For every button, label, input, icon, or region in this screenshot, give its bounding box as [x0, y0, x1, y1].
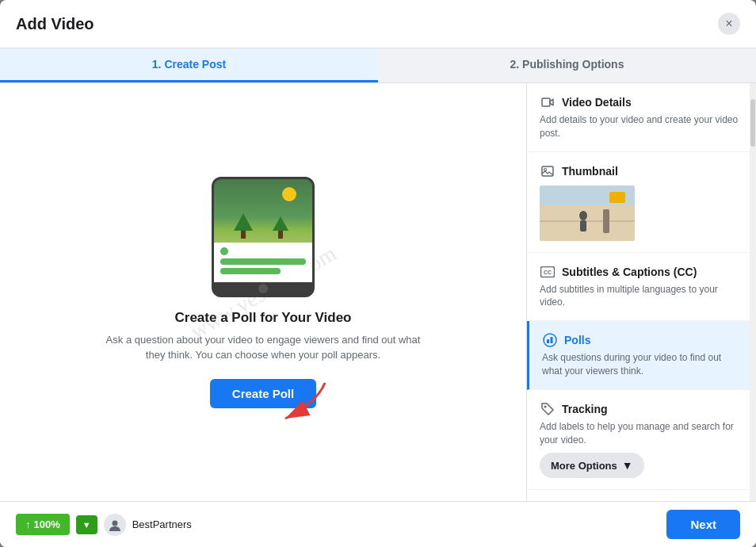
modal-header: Add Video ×	[0, 0, 756, 48]
tracking-title: Tracking	[562, 403, 608, 415]
percent-dropdown-button[interactable]: ▼	[76, 515, 97, 534]
poll-description: Ask a question about your video to engag…	[105, 332, 422, 363]
svg-rect-16	[547, 339, 549, 343]
video-details-title: Video Details	[562, 96, 632, 109]
scrollbar-thumb[interactable]	[750, 99, 755, 147]
svg-point-9	[579, 211, 587, 220]
sidebar-item-video-details[interactable]: Video Details Add details to your video …	[527, 83, 756, 152]
phone-illustration	[212, 177, 315, 297]
modal-body: www.yestupa.com	[0, 83, 756, 501]
thumbnail-preview	[540, 186, 635, 241]
tag-icon	[540, 401, 556, 417]
sidebar-item-header-polls: Polls	[542, 332, 743, 348]
phone-frame	[212, 177, 315, 297]
footer-left: ↑ 100% ▼ BestPartners	[16, 514, 192, 536]
phone-bottom-bar	[214, 282, 312, 295]
phone-home-button	[258, 284, 268, 293]
sidebar-item-header-video: Video Details	[540, 94, 743, 110]
phone-line-full	[220, 258, 306, 265]
more-options-button[interactable]: More Options ▼	[540, 453, 644, 478]
upload-percent-button[interactable]: ↑ 100%	[16, 514, 70, 535]
more-options-label: More Options	[551, 460, 617, 472]
sidebar-item-thumbnail[interactable]: Thumbnail	[527, 152, 756, 253]
polls-title: Polls	[564, 334, 590, 346]
phone-dot	[220, 247, 228, 255]
upload-percent-value: 100%	[34, 518, 60, 530]
poll-icon	[542, 332, 558, 348]
sidebar-item-subtitles[interactable]: CC Subtitles & Captions (CC) Add subtitl…	[527, 253, 756, 322]
video-details-desc: Add details to your video and create you…	[540, 113, 743, 140]
svg-text:CC: CC	[544, 270, 552, 275]
thumbnail-title: Thumbnail	[562, 165, 618, 178]
phone-content-area	[214, 243, 312, 282]
svg-point-18	[544, 405, 547, 407]
page-avatar	[104, 514, 126, 536]
svg-point-15	[544, 334, 556, 346]
svg-rect-17	[551, 337, 553, 343]
sidebar-item-polls[interactable]: Polls Ask questions during your video to…	[527, 321, 756, 390]
chevron-down-icon: ▼	[622, 459, 633, 472]
phone-video-area	[214, 179, 312, 243]
subtitles-desc: Add subtitles in multiple languages to y…	[540, 283, 743, 310]
tab-publishing-options[interactable]: 2. Publishing Options	[378, 48, 756, 82]
arrow-indicator	[254, 379, 333, 430]
sidebar-item-header-tracking: Tracking	[540, 401, 743, 417]
svg-rect-10	[580, 220, 586, 231]
scrollbar-track[interactable]	[750, 83, 756, 501]
image-icon	[540, 163, 556, 179]
main-content: www.yestupa.com	[0, 83, 526, 501]
modal: Add Video × 1. Create Post 2. Publishing…	[0, 0, 756, 547]
modal-footer: ↑ 100% ▼ BestPartners Next	[0, 501, 756, 547]
polls-desc: Ask questions during your video to find …	[542, 351, 743, 378]
svg-rect-2	[542, 166, 553, 176]
tracking-desc: Add labels to help you manage and search…	[540, 420, 743, 447]
sidebar: Video Details Add details to your video …	[526, 83, 756, 501]
sidebar-item-header-subtitles: CC Subtitles & Captions (CC)	[540, 264, 743, 280]
svg-rect-12	[609, 192, 625, 203]
svg-point-3	[544, 168, 547, 170]
upload-icon: ↑	[25, 518, 31, 530]
sidebar-item-header-thumbnail: Thumbnail	[540, 163, 743, 179]
tree-right	[273, 216, 288, 239]
poll-title: Create a Poll for Your Video	[175, 310, 352, 326]
tab-create-post[interactable]: 1. Create Post	[0, 48, 378, 82]
subtitles-title: Subtitles & Captions (CC)	[562, 266, 697, 278]
svg-point-20	[112, 520, 117, 526]
modal-title: Add Video	[16, 15, 94, 33]
sun-shape	[282, 187, 296, 201]
cc-icon: CC	[540, 264, 556, 280]
tree-left	[234, 213, 253, 239]
close-button[interactable]: ×	[718, 13, 740, 35]
page-name-area: BestPartners	[104, 514, 192, 536]
next-button[interactable]: Next	[666, 510, 740, 539]
modal-tabs: 1. Create Post 2. Publishing Options	[0, 48, 756, 83]
modal-overlay: Add Video × 1. Create Post 2. Publishing…	[0, 0, 756, 547]
page-name-label: BestPartners	[132, 518, 192, 530]
svg-rect-1	[542, 98, 550, 106]
video-icon	[540, 94, 556, 110]
svg-rect-11	[603, 209, 609, 233]
sidebar-item-tracking[interactable]: Tracking Add labels to help you manage a…	[527, 390, 756, 491]
phone-line-short	[220, 268, 281, 274]
